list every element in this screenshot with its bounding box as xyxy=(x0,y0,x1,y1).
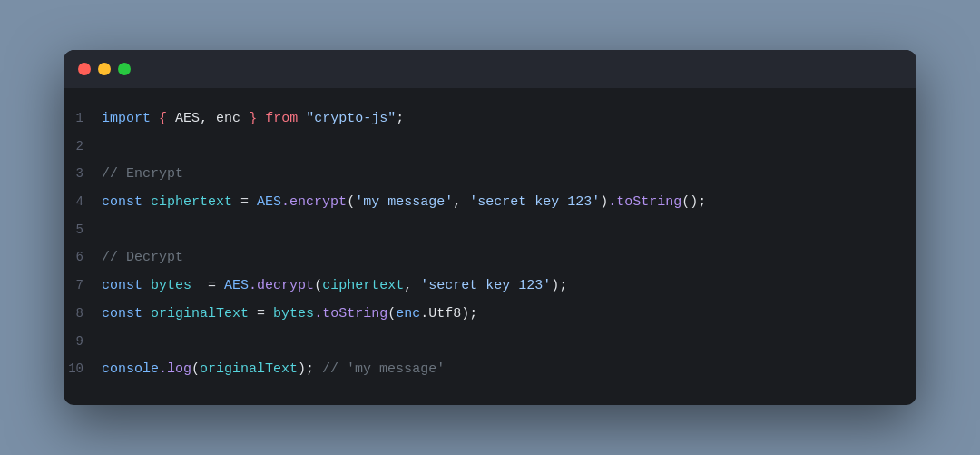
code-content: const originalText = bytes.toString(enc.… xyxy=(102,302,477,326)
code-line: 9 xyxy=(64,328,916,355)
line-number: 9 xyxy=(64,330,102,353)
code-line: 6 // Decrypt xyxy=(64,243,916,272)
line-number: 6 xyxy=(64,245,102,269)
code-content: // Decrypt xyxy=(102,246,183,270)
code-line: 8 const originalText = bytes.toString(en… xyxy=(64,300,916,328)
line-number: 10 xyxy=(64,357,102,381)
code-content: console.log(originalText); // 'my messag… xyxy=(102,358,445,381)
code-line: 3 // Encrypt xyxy=(64,160,916,188)
line-number: 4 xyxy=(64,190,102,213)
code-content: import { AES, enc } from "crypto-js"; xyxy=(102,107,404,131)
code-line: 10 console.log(originalText); // 'my mes… xyxy=(64,355,916,383)
line-number: 8 xyxy=(64,302,102,325)
code-content: // Encrypt xyxy=(102,163,183,186)
line-number: 2 xyxy=(64,134,102,158)
line-number: 3 xyxy=(64,162,102,185)
code-line: 7 const bytes = AES.decrypt(ciphertext, … xyxy=(64,272,916,300)
code-line: 4 const ciphertext = AES.encrypt('my mes… xyxy=(64,188,916,216)
line-number: 7 xyxy=(64,273,102,297)
code-line: 1 import { AES, enc } from "crypto-js"; xyxy=(64,104,916,133)
maximize-button[interactable] xyxy=(118,63,131,75)
line-number: 1 xyxy=(64,106,102,130)
code-line: 5 xyxy=(64,216,916,243)
code-line: 2 xyxy=(64,133,916,160)
code-window: 1 import { AES, enc } from "crypto-js"; … xyxy=(64,50,916,405)
line-number: 5 xyxy=(64,218,102,242)
code-content: const ciphertext = AES.encrypt('my messa… xyxy=(102,191,706,214)
minimize-button[interactable] xyxy=(98,63,111,75)
close-button[interactable] xyxy=(78,63,91,75)
titlebar xyxy=(64,50,916,88)
code-editor: 1 import { AES, enc } from "crypto-js"; … xyxy=(64,88,916,405)
code-content: const bytes = AES.decrypt(ciphertext, 's… xyxy=(102,274,567,298)
